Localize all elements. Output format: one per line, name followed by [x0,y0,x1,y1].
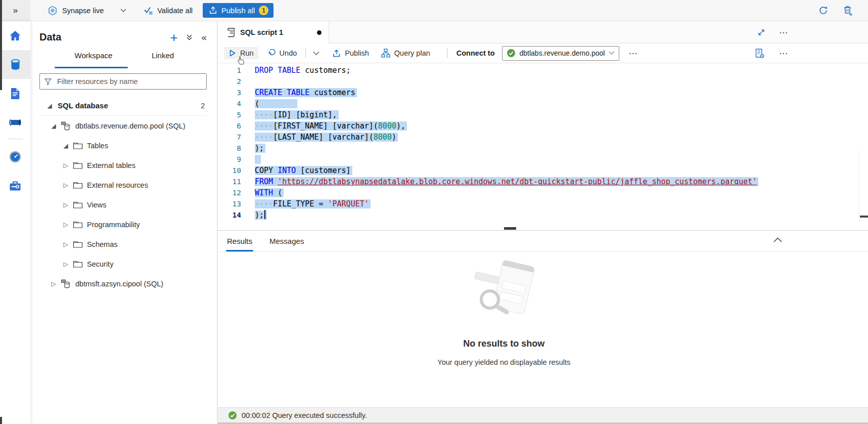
tab-messages[interactable]: Messages [269,237,304,251]
tree-item[interactable]: ▷ Programmability [30,215,217,234]
code-line-content: ( [255,98,297,109]
query-plan-icon [381,49,390,58]
chevron-down-icon[interactable] [120,9,126,13]
code-line[interactable]: 5 ····[ID] [bigint], [218,109,868,120]
nav-integrate-button[interactable] [0,108,30,137]
toolbar-more-actions-icon[interactable]: ⋯ [628,48,637,59]
filter-box[interactable] [39,73,207,90]
mode-switcher[interactable]: Synapse live [48,6,126,16]
tree-expand-icon[interactable]: ◢ [62,142,70,149]
collapse-results-icon[interactable] [773,237,782,242]
tree-item[interactable]: ▷ dbtmsft.azsyn.cipool (SQL) [30,274,217,293]
add-resource-button[interactable]: + [170,32,178,43]
code-line[interactable]: 11 FROM 'https://dbtlabsynapsedatalake.b… [218,176,868,187]
tree-item[interactable]: ◢ Tables [30,136,217,155]
code-line[interactable]: 4 ( [218,98,868,109]
nav-data-button[interactable] [0,50,30,79]
text-selection: ( [255,99,297,108]
tree-expand-icon[interactable]: ▷ [62,162,70,169]
tree-item[interactable]: ▷ External resources [30,175,217,195]
nav-manage-button[interactable] [0,171,30,200]
tab-linked[interactable]: Linked [138,51,188,60]
sql-editor-area: SQL script 1 ⋯ Run Undo [217,21,868,424]
scrollbar-cursor-marker [860,216,868,218]
expand-editor-icon[interactable] [757,28,766,37]
code-line-content: DROP TABLE customers; [255,65,351,76]
code-line[interactable]: 7 ····[LAST_NAME] [varchar](8000) [218,132,868,143]
tree-item[interactable]: ▷ Security [30,254,217,274]
tree-expand-icon[interactable]: ▷ [62,261,70,268]
tree-item[interactable]: ▷ Views [30,195,217,215]
database-pool-icon [61,279,71,289]
code-line[interactable]: 8 ); [218,143,868,154]
tree-expand-icon[interactable]: ▷ [62,201,70,208]
unsaved-changes-dot [317,30,322,35]
editor-toolbar: Run Undo Publish Query plan Connect to [218,44,868,63]
rail-expand-button[interactable]: » [0,0,30,21]
code-line[interactable]: 10 COPY INTO [customers] [218,165,868,176]
tree-expand-icon[interactable]: ▷ [50,280,58,287]
undo-icon [267,49,276,58]
refresh-icon[interactable] [818,5,829,16]
tree-item[interactable]: ◢ dbtlabs.revenue.demo.pool (SQL) [30,116,217,136]
empty-results-illustration [464,259,544,324]
code-line[interactable]: 2 [218,76,868,87]
tree-item[interactable]: ▷ External tables [30,155,217,175]
code-line[interactable]: 13 ····FILE_TYPE = 'PARQUET' [218,198,868,209]
mode-label: Synapse live [62,7,104,15]
code-line-content: ····[FIRST_NAME] [varchar](8000), [255,120,407,132]
tree-item[interactable]: ▷ Schemas [30,234,217,254]
tab-sql-script-1[interactable]: SQL script 1 [218,21,329,44]
tree-expand-icon[interactable]: ▷ [62,182,70,189]
tree-expand-icon[interactable]: ▷ [62,221,70,228]
query-status-bar: 00:00:02 Query executed successfully. [218,407,868,424]
home-icon [9,30,22,42]
code-line[interactable]: 12 WITH ( [218,187,868,198]
undo-button[interactable]: Undo [262,47,302,60]
pipeline-icon [8,117,22,128]
publish-button[interactable]: Publish [328,47,374,60]
code-editor[interactable]: 1 DROP TABLE customers; 2 3 CREATE TABLE… [218,63,868,222]
filter-funnel-icon [44,77,52,86]
tree-expand-icon[interactable]: ◢ [50,122,58,130]
results-splitter[interactable] [218,222,868,231]
properties-icon[interactable] [754,48,765,59]
splitter-drag-handle[interactable] [504,227,516,230]
tab-results[interactable]: Results [227,237,252,251]
actions-chevron-icon[interactable] [186,33,193,41]
undo-redo-chevron-icon[interactable] [310,51,323,56]
publish-icon [332,49,341,58]
results-tab-bar: Results Messages [218,231,868,252]
code-line[interactable]: 1 DROP TABLE customers; [218,65,868,76]
code-line[interactable]: 6 ····[FIRST_NAME] [varchar](8000), [218,120,868,132]
text-selection: ····[ID] [bigint], [255,110,339,119]
discard-all-icon[interactable] [843,5,853,16]
publish-upload-icon [209,6,217,15]
tab-workspace[interactable]: Workspace [58,51,129,60]
connect-to-dropdown[interactable]: dbtlabs.revenue.demo.pool [502,46,620,61]
tree-expand-icon[interactable]: ▷ [62,241,70,248]
query-plan-button[interactable]: Query plan [377,47,435,60]
line-number: 9 [218,154,241,165]
gauge-icon [9,150,22,163]
nav-develop-button[interactable] [0,79,30,108]
undo-label: Undo [280,49,297,57]
document-tab-title: SQL script 1 [240,28,283,36]
code-line[interactable]: 9 [218,154,868,165]
editor-scrollbar[interactable] [859,150,859,222]
nav-home-button[interactable] [0,21,30,50]
nav-monitor-button[interactable] [0,142,30,171]
folder-icon [73,161,83,169]
filter-input[interactable] [56,77,202,86]
tree-expand-icon[interactable]: ◢ [45,102,54,109]
editor-more-actions-icon[interactable]: ⋯ [779,48,788,59]
data-explorer-panel: Data + « Workspace Linked ◢ SQL database… [30,21,217,424]
code-line[interactable]: 14 ); [218,209,868,221]
tree-item[interactable]: ◢ SQL database 2 [30,96,217,115]
validate-all-button[interactable]: Validate all [144,6,193,15]
publish-all-button[interactable]: Publish all 1 [203,3,273,18]
tab-more-actions-icon[interactable]: ⋯ [779,27,788,38]
collapse-panel-icon[interactable]: « [201,32,207,43]
code-line[interactable]: 3 CREATE TABLE customers [218,87,868,98]
connection-ok-icon [507,49,516,58]
